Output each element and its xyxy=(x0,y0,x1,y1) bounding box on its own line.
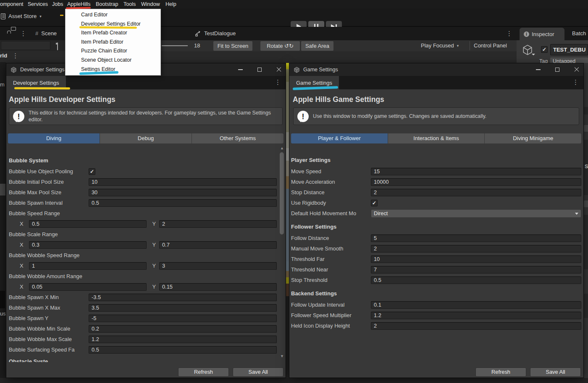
field-label: Bubble Wobble Amount Range xyxy=(9,273,89,279)
field-label: Bubble Spawn X Min xyxy=(9,294,89,300)
zoom-slider[interactable] xyxy=(162,45,188,46)
refresh-button[interactable]: Refresh xyxy=(475,367,526,377)
field-row: Bubble Surfacing Speed Fa0.5 xyxy=(9,344,277,355)
axis-x-label: X xyxy=(20,263,26,269)
close-button[interactable] xyxy=(276,66,282,73)
field-input[interactable]: 2 xyxy=(371,322,581,330)
close-button[interactable] xyxy=(573,66,580,73)
field-row: Bubble Spawn X Min-3.5 xyxy=(9,292,277,302)
tab-test-dialogue[interactable]: TestDialogue xyxy=(195,30,236,36)
axis-y-label: Y xyxy=(150,221,156,227)
field-input[interactable]: 2 xyxy=(371,245,581,253)
menubar-item-help[interactable]: Help xyxy=(165,1,176,7)
settings-tab-other-systems[interactable]: Other Systems xyxy=(192,133,284,143)
kebab-menu-icon[interactable]: ⋮ xyxy=(506,30,512,36)
tab-scene[interactable]: # Scene xyxy=(35,30,57,36)
field-input[interactable]: 10 xyxy=(89,178,277,186)
field-input[interactable]: 0.5 xyxy=(371,276,581,284)
chevron-down-icon[interactable] xyxy=(532,54,535,55)
field-input[interactable]: 5 xyxy=(371,234,581,242)
vector-x-input[interactable]: 0.5 xyxy=(29,220,147,228)
field-input[interactable]: 15 xyxy=(371,168,581,175)
checkbox[interactable]: ✓ xyxy=(89,168,95,175)
kebab-menu-icon[interactable]: ⋮ xyxy=(12,52,18,59)
tab-batch[interactable]: Batch xyxy=(572,30,588,36)
menu-item-card-editor[interactable]: Card Editor xyxy=(66,10,160,20)
menu-item-item-prefab-editor[interactable]: Item Prefab Editor xyxy=(66,38,160,47)
minimize-button[interactable] xyxy=(535,66,541,73)
checkbox[interactable]: ✓ xyxy=(371,200,378,206)
scroll-up-icon[interactable]: ▲ xyxy=(280,146,284,150)
control-panel-button[interactable]: Control Panel xyxy=(474,42,507,49)
field-input[interactable]: 3.5 xyxy=(89,304,277,312)
field-input[interactable]: -5 xyxy=(89,315,277,322)
field-row: Manual Move Smooth2 xyxy=(291,243,581,254)
dropdown[interactable]: Direct xyxy=(371,209,581,218)
field-input[interactable]: 0.5 xyxy=(89,346,277,354)
safe-area-button[interactable]: Safe Area xyxy=(301,41,333,51)
vector-y-input[interactable]: 2 xyxy=(159,220,277,228)
field-row: Bubble Speed Range xyxy=(9,208,277,219)
menubar-item-jobs[interactable]: Jobs xyxy=(52,1,63,7)
kebab-menu-icon[interactable]: ⋮ xyxy=(20,30,26,36)
field-label: Bubble Wobble Max Scale xyxy=(9,336,89,342)
maximize-button[interactable] xyxy=(256,66,263,73)
menubar-item-window[interactable]: Window xyxy=(141,1,160,7)
axis-x-label: X xyxy=(20,242,26,248)
vector-x-input[interactable]: 1 xyxy=(29,262,147,270)
field-input[interactable]: 10000 xyxy=(371,178,581,186)
annotation-yellow-underline-menu xyxy=(79,26,137,29)
settings-tab-diving-minigame[interactable]: Diving Minigame xyxy=(485,133,581,143)
field-input[interactable]: 1.2 xyxy=(89,336,277,343)
field-input[interactable]: -3.5 xyxy=(89,294,277,301)
menu-item-puzzle-chain-editor[interactable]: Puzzle Chain Editor xyxy=(66,47,160,56)
field-input[interactable]: 2 xyxy=(371,189,581,196)
kebab-menu-icon[interactable]: ⋮ xyxy=(275,79,281,85)
kebab-menu-icon[interactable]: ⋮ xyxy=(572,79,579,85)
field-label: Bubble Spawn Interval xyxy=(9,200,89,206)
field-input[interactable]: 7 xyxy=(371,266,581,274)
field-input[interactable]: 30 xyxy=(89,189,277,196)
minimize-button[interactable] xyxy=(237,66,244,73)
menubar-item-services[interactable]: Services xyxy=(28,1,48,7)
field-label: Bubble Wobble Min Scale xyxy=(9,326,89,332)
settings-tab-debug[interactable]: Debug xyxy=(100,133,192,143)
field-row: Bubble Use Object Pooling✓ xyxy=(9,166,277,177)
menubar-item-bootstrap[interactable]: Bootstrap xyxy=(96,1,118,7)
active-checkbox[interactable]: ✓ xyxy=(541,46,548,53)
menubar-item-omponent[interactable]: omponent xyxy=(0,1,24,7)
settings-tab-interaction-items[interactable]: Interaction & Items xyxy=(388,133,485,143)
field-fragment xyxy=(584,125,588,132)
save-all-button[interactable]: Save All xyxy=(530,367,581,377)
settings-tab-diving[interactable]: Diving xyxy=(8,133,100,143)
menubar-item-applehills[interactable]: AppleHills xyxy=(67,1,91,7)
rotate-button[interactable]: Rotate ↺↻ xyxy=(260,41,300,51)
maximize-view-icon[interactable] xyxy=(57,42,58,50)
vector-y-input[interactable]: 0.7 xyxy=(159,241,277,249)
play-focused-dropdown[interactable]: Play Focused ▾ xyxy=(421,42,459,49)
vector-y-input[interactable]: 3 xyxy=(159,262,277,270)
scroll-down-icon[interactable]: ▼ xyxy=(280,354,284,358)
save-all-button[interactable]: Save All xyxy=(233,367,284,377)
menubar-item-tools[interactable]: Tools xyxy=(123,1,136,7)
menu-item-item-prefab-creator[interactable]: Item Prefab Creator xyxy=(66,29,160,38)
refresh-button[interactable]: Refresh xyxy=(178,367,229,377)
fit-to-screen-button[interactable]: Fit to Screen xyxy=(213,41,252,51)
object-name-field[interactable]: TEST_DEBU xyxy=(550,44,588,55)
maximize-button[interactable] xyxy=(554,66,561,73)
search-input[interactable] xyxy=(1,41,50,50)
window-titlebar[interactable]: Game Settings xyxy=(289,63,583,76)
field-input[interactable]: 1.2 xyxy=(371,312,581,319)
settings-tab-player-follower[interactable]: Player & Follower xyxy=(291,133,388,143)
vector-y-input[interactable]: 0.15 xyxy=(159,283,277,291)
menu-item-scene-object-locator[interactable]: Scene Object Locator xyxy=(66,56,160,65)
tab-inspector[interactable]: i Inspector xyxy=(520,28,564,40)
vector-x-input[interactable]: 0.3 xyxy=(29,241,147,249)
scrollbar-thumb[interactable] xyxy=(280,152,284,234)
vector-x-input[interactable]: 0.05 xyxy=(29,283,147,291)
field-input[interactable]: 10 xyxy=(371,255,581,263)
field-input[interactable]: 0.1 xyxy=(371,301,581,309)
asset-store-tab[interactable]: Asset Store ▾ xyxy=(1,13,42,19)
field-input[interactable]: 0.2 xyxy=(89,325,277,333)
field-input[interactable]: 0.5 xyxy=(89,199,277,207)
